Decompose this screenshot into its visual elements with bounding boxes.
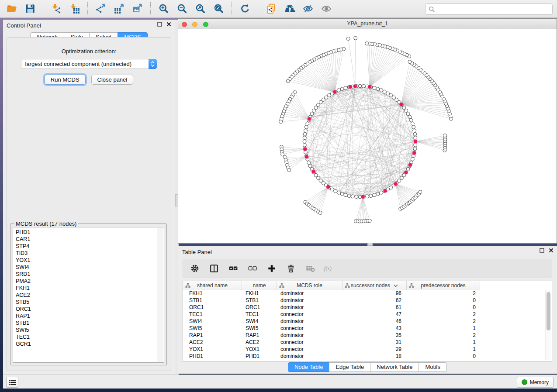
result-node-item[interactable]: TID3 bbox=[16, 250, 164, 257]
hide-selection-icon[interactable] bbox=[301, 2, 315, 15]
zoom-fit-icon[interactable] bbox=[193, 2, 208, 15]
result-node-item[interactable]: SWI5 bbox=[16, 327, 164, 334]
network-graph[interactable] bbox=[178, 29, 557, 243]
column-label: successor nodes bbox=[351, 282, 390, 289]
zoom-selected-icon[interactable] bbox=[211, 2, 226, 15]
cell-successor-nodes: 43 bbox=[343, 325, 407, 332]
result-node-item[interactable]: STB1 bbox=[16, 320, 164, 327]
result-node-item[interactable]: SWI4 bbox=[16, 264, 164, 271]
cell-MCDS-role: dominator bbox=[277, 304, 343, 311]
delete-icon[interactable] bbox=[285, 263, 297, 274]
run-mcds-button[interactable]: Run MCDS bbox=[45, 75, 86, 85]
find-icon[interactable] bbox=[282, 2, 297, 15]
result-node-item[interactable]: ORC1 bbox=[16, 306, 164, 313]
table-row[interactable]: ACE2ACE2connector311 bbox=[183, 339, 552, 346]
tab-node-table[interactable]: Node Table bbox=[288, 362, 330, 372]
result-node-item[interactable]: RAP1 bbox=[16, 313, 164, 320]
toolbar-separator bbox=[43, 2, 44, 15]
select-all-icon[interactable] bbox=[228, 263, 239, 274]
table-row[interactable]: STB1STB1dominator620 bbox=[183, 297, 552, 304]
column-header-name[interactable]: name bbox=[242, 281, 277, 290]
column-header-shared-name[interactable]: shared name bbox=[183, 281, 242, 290]
network-window-titlebar[interactable]: YPA_prune.txt_1 bbox=[178, 19, 557, 29]
deselect-all-icon[interactable] bbox=[247, 263, 258, 274]
cell-MCDS-role: dominator bbox=[277, 290, 343, 297]
tab-network-table[interactable]: Network Table bbox=[370, 362, 419, 372]
result-node-item[interactable]: YOX1 bbox=[16, 257, 164, 264]
result-node-item[interactable]: SRD1 bbox=[16, 271, 164, 278]
table-row[interactable]: TEC1TEC1connector472 bbox=[183, 311, 552, 318]
network-canvas[interactable] bbox=[178, 29, 557, 243]
open-folder-icon[interactable] bbox=[4, 2, 19, 15]
task-history-button[interactable] bbox=[6, 377, 18, 388]
table-row[interactable]: RAP1RAP1dominator352 bbox=[183, 332, 552, 339]
cell-name: SWI5 bbox=[242, 325, 277, 332]
mcds-result-group: MCDS result (17 nodes) PHD1CAR1STP4TID3Y… bbox=[10, 224, 167, 365]
search-field[interactable] bbox=[425, 3, 553, 15]
gear-icon[interactable] bbox=[189, 263, 201, 274]
table-body: FKH1FKH1dominator962STB1STB1dominator620… bbox=[183, 290, 552, 361]
columns-icon[interactable] bbox=[208, 263, 220, 274]
float-panel-icon[interactable] bbox=[157, 21, 162, 27]
result-node-item[interactable]: FKH1 bbox=[16, 285, 164, 292]
horizontal-splitter-grip[interactable] bbox=[367, 243, 373, 246]
column-header-predecessor-nodes[interactable]: predecessor nodes bbox=[407, 281, 480, 290]
import-table-icon[interactable] bbox=[67, 2, 82, 15]
result-node-item[interactable]: STP4 bbox=[16, 243, 164, 250]
table-row[interactable]: SWI4SWI4dominator462 bbox=[183, 318, 552, 325]
zoom-out-icon[interactable] bbox=[175, 2, 190, 15]
column-label: name bbox=[253, 282, 266, 289]
delete-table-icon[interactable] bbox=[304, 263, 316, 274]
close-window-icon[interactable] bbox=[182, 22, 187, 27]
result-node-item[interactable]: ACE2 bbox=[16, 292, 164, 299]
mcds-result-list[interactable]: PHD1CAR1STP4TID3YOX1SWI4SRD1PMA2FKH1ACE2… bbox=[13, 227, 164, 363]
result-node-item[interactable]: TEC1 bbox=[16, 334, 164, 340]
tab-edge-table[interactable]: Edge Table bbox=[329, 362, 370, 372]
table-row[interactable]: PHD1PHD1dominator180 bbox=[183, 353, 552, 360]
result-node-item[interactable]: PMA2 bbox=[16, 278, 164, 285]
node-table[interactable]: shared namenameMCDS rolesuccessor nodesp… bbox=[183, 281, 552, 362]
result-node-item[interactable]: CAR1 bbox=[16, 236, 164, 243]
memory-button[interactable]: Memory bbox=[517, 377, 554, 388]
add-icon[interactable] bbox=[266, 263, 277, 274]
cell-successor-nodes: 31 bbox=[343, 339, 407, 346]
save-icon[interactable] bbox=[23, 2, 38, 15]
toolbar-separator bbox=[87, 2, 88, 15]
search-input[interactable] bbox=[437, 4, 552, 14]
table-row[interactable]: ORC1ORC1dominator610 bbox=[183, 304, 552, 311]
close-panel-button[interactable]: Close panel bbox=[91, 75, 134, 85]
export-network-icon[interactable] bbox=[93, 2, 108, 15]
attribute-icon bbox=[345, 283, 350, 289]
zoom-in-icon[interactable] bbox=[156, 2, 171, 15]
export-image-icon[interactable] bbox=[130, 2, 145, 15]
result-node-item[interactable]: STB5 bbox=[16, 299, 164, 306]
cell-successor-nodes: 18 bbox=[343, 353, 407, 360]
import-network-icon[interactable] bbox=[49, 2, 64, 15]
result-list-scrollbar[interactable] bbox=[157, 228, 163, 362]
zoom-window-icon[interactable] bbox=[203, 22, 208, 27]
result-node-item[interactable]: PHD1 bbox=[16, 229, 164, 236]
minimize-window-icon[interactable] bbox=[192, 22, 197, 27]
cell-successor-nodes: 96 bbox=[343, 290, 407, 297]
float-table-panel-icon[interactable] bbox=[539, 248, 544, 253]
export-table-icon[interactable] bbox=[112, 2, 127, 15]
column-header-successor-nodes[interactable]: successor nodes bbox=[343, 281, 407, 290]
table-scrollbar[interactable] bbox=[545, 290, 551, 360]
table-row[interactable]: FKH1FKH1dominator962 bbox=[183, 290, 552, 297]
table-row[interactable]: YOX1YOX1connector291 bbox=[183, 346, 552, 353]
toolbar-icons bbox=[0, 2, 336, 15]
tab-motifs[interactable]: Motifs bbox=[419, 362, 447, 372]
close-table-panel-icon[interactable] bbox=[548, 248, 554, 253]
close-panel-icon[interactable] bbox=[166, 21, 171, 27]
show-all-icon[interactable] bbox=[319, 2, 334, 15]
column-header-MCDS-role[interactable]: MCDS role bbox=[277, 281, 343, 290]
cell-predecessor-nodes: 2 bbox=[407, 311, 480, 318]
table-row[interactable]: SWI5SWI5connector431 bbox=[183, 325, 552, 332]
control-panel: Control Panel NetworkStyleSelectMCDS Opt… bbox=[3, 20, 175, 375]
result-node-item[interactable]: GCR1 bbox=[16, 340, 164, 347]
optimization-criterion-select[interactable]: largest connected component (undirected) bbox=[21, 59, 157, 69]
clone-network-icon[interactable] bbox=[264, 2, 279, 15]
function-icon[interactable]: f(x) bbox=[324, 263, 335, 274]
refresh-icon[interactable] bbox=[238, 2, 253, 15]
table-scrollbar-thumb[interactable] bbox=[547, 292, 550, 330]
